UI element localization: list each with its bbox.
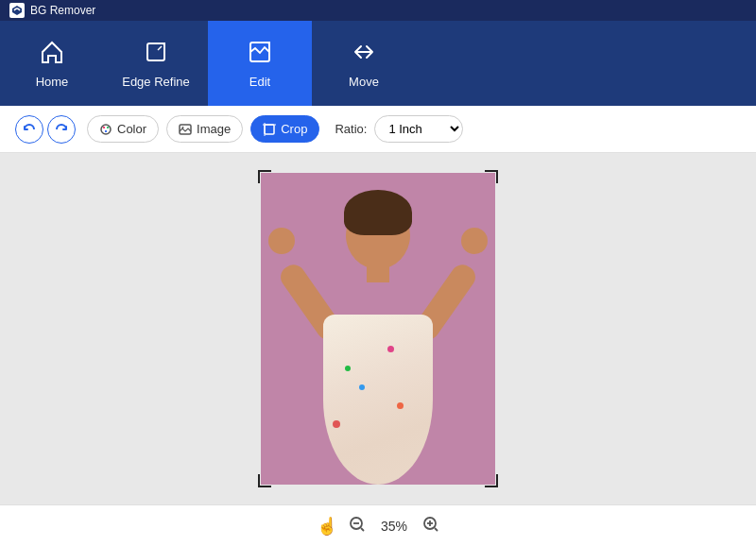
toolbar: Color Image Crop Ratio: 1 Inch 2 Inch Pa… — [0, 106, 756, 153]
nav-label-edit: Edit — [249, 75, 270, 89]
crop-icon — [263, 123, 276, 136]
crop-button[interactable]: Crop — [250, 115, 319, 143]
zoom-in-icon[interactable] — [422, 516, 439, 537]
child-figure — [261, 173, 495, 485]
svg-point-4 — [103, 127, 105, 128]
move-icon — [351, 39, 377, 69]
nav-bar: Home Edge Refine Edit Move — [0, 21, 756, 106]
color-label: Color — [117, 122, 146, 136]
nav-item-home[interactable]: Home — [0, 21, 104, 106]
image-label: Image — [197, 122, 231, 136]
svg-line-14 — [361, 528, 364, 531]
nav-label-edge-refine: Edge Refine — [122, 75, 190, 89]
ratio-label: Ratio: — [335, 122, 367, 136]
status-bar: ☝ 35% — [0, 504, 756, 546]
app-icon — [9, 3, 25, 18]
nav-item-edge-refine[interactable]: Edge Refine — [104, 21, 208, 106]
crop-label: Crop — [281, 122, 307, 136]
title-bar: BG Remover — [0, 0, 756, 21]
svg-rect-0 — [147, 43, 164, 60]
nav-item-edit[interactable]: Edit — [208, 21, 312, 106]
image-button[interactable]: Image — [166, 115, 243, 143]
zoom-percent: 35% — [377, 519, 411, 534]
main-image — [261, 173, 495, 485]
svg-line-18 — [435, 528, 438, 531]
hand-icon[interactable]: ☝ — [317, 516, 337, 537]
svg-point-8 — [182, 127, 184, 128]
svg-point-3 — [101, 125, 111, 134]
zoom-out-icon[interactable] — [349, 516, 366, 537]
home-icon — [39, 39, 65, 69]
app-title: BG Remover — [30, 4, 95, 17]
redo-button[interactable] — [47, 115, 76, 144]
canvas-area — [0, 153, 756, 504]
nav-label-move: Move — [349, 75, 379, 89]
svg-point-2 — [265, 42, 266, 43]
svg-rect-9 — [265, 125, 274, 134]
image-icon — [179, 123, 192, 136]
color-icon — [99, 123, 112, 136]
undo-redo-group — [15, 115, 76, 144]
ratio-select[interactable]: 1 Inch 2 Inch Passport Custom — [374, 115, 463, 143]
color-button[interactable]: Color — [87, 115, 159, 143]
edge-refine-icon — [143, 39, 169, 69]
nav-item-move[interactable]: Move — [312, 21, 416, 106]
nav-label-home: Home — [36, 75, 69, 89]
svg-point-5 — [107, 127, 109, 128]
image-container — [261, 173, 495, 485]
svg-point-6 — [105, 130, 107, 132]
edit-icon — [247, 39, 273, 69]
undo-button[interactable] — [15, 115, 43, 144]
